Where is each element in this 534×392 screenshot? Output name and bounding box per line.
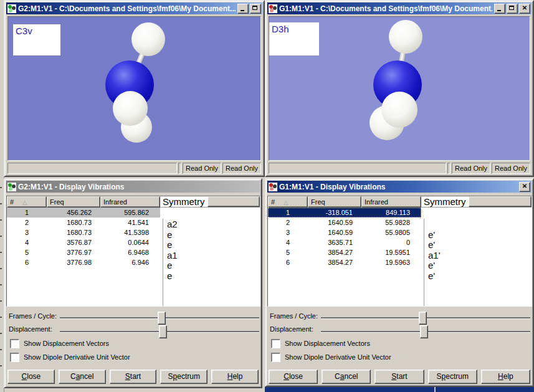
dialog-title: G1:M1:V1 - Display Vibrations xyxy=(279,183,517,191)
status-panel xyxy=(269,163,446,174)
point-group-label: D3h xyxy=(269,22,319,55)
maximize-button[interactable] xyxy=(507,4,518,14)
symmetry-value: e xyxy=(163,229,260,240)
show-displacement-vectors-checkbox[interactable] xyxy=(10,339,19,348)
background-window-titlebar-divider xyxy=(434,387,436,392)
molecule-viewport[interactable]: C3v xyxy=(7,16,261,161)
table-row-selected[interactable]: 1-318.051849.113 xyxy=(268,208,421,218)
table-row[interactable]: 31680.7341.5398 xyxy=(7,227,160,237)
table-row[interactable]: 21680.7341.541 xyxy=(7,218,160,227)
close-button[interactable]: Close xyxy=(7,370,55,384)
vibrations-table: #△ Freq Infrared Symmetry 1456.262595.86… xyxy=(6,196,260,307)
column-header-freq[interactable]: Freq xyxy=(308,196,361,208)
table-row[interactable]: 43635.710 xyxy=(268,237,421,247)
column-header-symmetry[interactable]: Symmetry xyxy=(421,196,532,208)
displacement-label: Displacement: xyxy=(270,325,313,333)
start-button[interactable]: Start xyxy=(110,370,157,384)
close-button[interactable]: ✕ xyxy=(519,182,530,192)
app-molecule-icon[interactable] xyxy=(7,183,16,191)
point-group-label: C3v xyxy=(13,24,60,55)
status-panel xyxy=(447,163,451,174)
dialog-button-row: Close Cancel Start Spectrum Help xyxy=(269,370,530,384)
viewer-window-d3h: G1:M1:V1 - C:\Documents and Settings\fmf… xyxy=(265,0,534,177)
table-row[interactable]: 63854.2719.5963 xyxy=(268,257,421,267)
show-dipole-derivative-checkbox[interactable] xyxy=(10,353,19,362)
hydrogen-atom[interactable] xyxy=(381,92,417,128)
close-button[interactable]: Close xyxy=(269,370,318,384)
column-header-num[interactable]: #△ xyxy=(7,196,47,208)
status-panel xyxy=(178,163,181,174)
table-row[interactable]: 21640.5955.9828 xyxy=(268,218,421,227)
hydrogen-atom[interactable] xyxy=(131,22,165,56)
displacement-slider-thumb[interactable] xyxy=(420,325,428,338)
frames-cycle-label: Frames / Cycle: xyxy=(270,312,318,320)
table-row[interactable]: 1456.262595.862 xyxy=(7,208,160,218)
column-header-infrared[interactable]: Infrared xyxy=(361,196,421,208)
column-header-num[interactable]: #△ xyxy=(268,196,308,208)
desktop: G2:M1:V1 - C:\Documents and Settings\fmf… xyxy=(0,0,534,392)
sort-icon: △ xyxy=(22,199,27,206)
hydrogen-atom[interactable] xyxy=(113,91,148,126)
table-body: 1456.262595.862 21680.7341.541 31680.734… xyxy=(7,208,260,306)
minimize-button[interactable] xyxy=(237,4,249,14)
titlebar[interactable]: G2:M1:V1 - Display Vibrations xyxy=(6,181,260,193)
table-row[interactable]: 53776.976.9468 xyxy=(7,247,160,257)
frames-cycle-slider-thumb[interactable] xyxy=(419,312,427,325)
maximize-button[interactable] xyxy=(250,4,261,14)
window-title: G1:M1:V1 - C:\Documents and Settings\fmf… xyxy=(279,4,492,13)
table-row[interactable]: 43576.870.0644 xyxy=(7,237,160,247)
symmetry-value: e xyxy=(163,239,260,250)
show-dipole-derivative-checkbox[interactable] xyxy=(271,353,280,362)
displacement-slider-thumb[interactable] xyxy=(159,325,167,338)
spectrum-button[interactable]: Spectrum xyxy=(428,370,477,384)
start-button[interactable]: Start xyxy=(374,370,424,384)
app-molecule-icon[interactable] xyxy=(7,4,16,13)
show-displacement-vectors-checkbox[interactable] xyxy=(271,339,280,348)
frames-cycle-slider-thumb[interactable] xyxy=(158,312,166,325)
show-dipole-derivative-label: Show Dipole Derivative Unit Vector xyxy=(24,353,130,361)
titlebar[interactable]: G2:M1:V1 - C:\Documents and Settings\fmf… xyxy=(6,2,262,14)
symmetry-value: a1' xyxy=(424,250,532,261)
dialog-title: G2:M1:V1 - Display Vibrations xyxy=(18,183,259,191)
background-window-ticks xyxy=(0,187,2,368)
spectrum-button[interactable]: Spectrum xyxy=(160,370,207,384)
hydrogen-atom[interactable] xyxy=(389,20,422,54)
column-header-symmetry[interactable]: Symmetry xyxy=(160,196,260,208)
background-window-titlebar[interactable] xyxy=(265,387,534,392)
show-displacement-vectors-label: Show Displacement Vectors xyxy=(285,340,370,347)
display-vibrations-dialog-g2: G2:M1:V1 - Display Vibrations #△ Freq In… xyxy=(4,178,262,388)
status-panel xyxy=(7,163,177,174)
dialog-button-row: Close Cancel Start Spectrum Help xyxy=(7,370,259,384)
window-title: G2:M1:V1 - C:\Documents and Settings\fmf… xyxy=(18,4,236,13)
symmetry-value: e' xyxy=(424,260,532,270)
table-row[interactable]: 63776.986.946 xyxy=(7,257,160,267)
status-bar: Read Only Read Only xyxy=(269,163,530,174)
table-row[interactable]: 53854.2719.5951 xyxy=(268,247,421,257)
symmetry-value: e xyxy=(163,270,260,281)
displacement-label: Displacement: xyxy=(9,325,52,333)
symmetry-value xyxy=(424,219,532,229)
symmetry-value: e' xyxy=(424,270,532,281)
titlebar[interactable]: G1:M1:V1 - Display Vibrations ✕ xyxy=(267,181,532,193)
status-read-only: Read Only xyxy=(492,163,530,174)
table-body: 1-318.051849.113 21640.5955.9828 31640.5… xyxy=(268,208,532,306)
column-header-infrared[interactable]: Infrared xyxy=(100,196,160,208)
cancel-button[interactable]: Cancel xyxy=(59,370,106,384)
titlebar[interactable]: G1:M1:V1 - C:\Documents and Settings\fmf… xyxy=(267,2,532,14)
symmetry-pane: e' e' a1' e' e' xyxy=(424,219,532,306)
table-row[interactable]: 31640.5955.9805 xyxy=(268,227,421,237)
close-button[interactable]: ✕ xyxy=(519,4,530,14)
cancel-button[interactable]: Cancel xyxy=(322,370,371,384)
app-molecule-icon[interactable] xyxy=(269,183,277,191)
table-header-row: #△ Freq Infrared Symmetry xyxy=(268,196,532,208)
help-button[interactable]: Help xyxy=(211,370,259,384)
app-molecule-icon[interactable] xyxy=(269,4,277,13)
column-header-freq[interactable]: Freq xyxy=(47,196,100,208)
minimize-icon xyxy=(241,10,244,11)
help-button[interactable]: Help xyxy=(481,370,530,384)
minimize-button[interactable] xyxy=(494,4,505,14)
viewer-window-c3v: G2:M1:V1 - C:\Documents and Settings\fmf… xyxy=(4,0,265,177)
sort-icon: △ xyxy=(284,199,288,206)
molecule-viewport[interactable]: D3h xyxy=(269,16,530,161)
status-bar: Read Only Read Only xyxy=(7,163,261,174)
